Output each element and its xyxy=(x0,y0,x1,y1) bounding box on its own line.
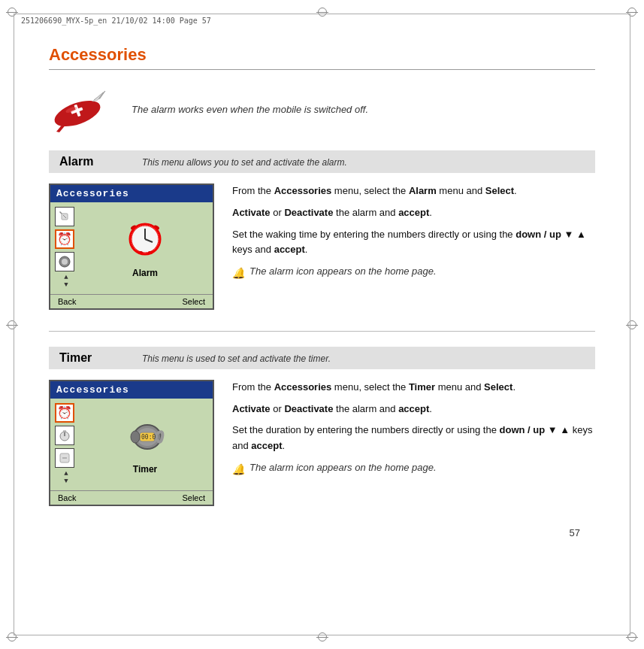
reg-mark-tl xyxy=(6,6,18,18)
timer-note-text: The alarm icon appears on the home page. xyxy=(249,460,437,476)
reg-mark-bc xyxy=(316,631,328,643)
timer-para1: From the Accessories menu, select the Ti… xyxy=(232,380,595,396)
alarm-desc: This menu allows you to set and activate… xyxy=(142,157,347,168)
alarm-note-text: The alarm icon appears on the home page. xyxy=(249,264,437,280)
timer-nav-back[interactable]: Back xyxy=(58,493,76,502)
timer-phone-screen: Accessories ⏰ xyxy=(49,380,214,506)
svg-point-26 xyxy=(131,431,140,443)
note-icon-timer: 🔔 xyxy=(232,461,245,478)
alarm-para3: Set the waking time by entering the numb… xyxy=(232,227,595,259)
alarm-icon-3 xyxy=(55,252,74,271)
reg-mark-mr xyxy=(626,319,638,331)
svg-text:00:0: 00:0 xyxy=(141,434,156,441)
timer-icon-3 xyxy=(55,448,74,468)
reg-mark-tc xyxy=(316,6,328,18)
timer-icon-2 xyxy=(55,426,74,445)
page-title: Accessories xyxy=(49,45,595,65)
knife-icon xyxy=(49,85,109,134)
timer-phone-body: ⏰ xyxy=(50,399,213,490)
svg-point-7 xyxy=(62,259,68,265)
alarm-para2: Activate or Deactivate the alarm and acc… xyxy=(232,205,595,221)
alarm-note: 🔔 The alarm icon appears on the home pag… xyxy=(232,264,595,281)
page-number: 57 xyxy=(49,527,595,538)
timer-main-icon: 00:0 Timer xyxy=(82,403,208,486)
timer-section-body: Accessories ⏰ xyxy=(49,380,595,506)
timer-para3: Set the duration by entering the numbers… xyxy=(232,423,595,454)
reg-mark-tr xyxy=(626,6,638,18)
timer-icons-col: ⏰ xyxy=(55,403,77,486)
timer-icon-1: ⏰ xyxy=(55,403,74,423)
alarm-phone-body: ⏰ ▲ ▼ xyxy=(50,202,213,294)
alarm-description-col: From the Accessories menu, select the Al… xyxy=(232,183,595,310)
alarm-para1: From the Accessories menu, select the Al… xyxy=(232,183,595,199)
alarm-icon-1 xyxy=(55,207,74,226)
timer-nav-select[interactable]: Select xyxy=(182,493,205,502)
alarm-icons-col: ⏰ ▲ ▼ xyxy=(55,207,77,290)
timer-note: 🔔 The alarm icon appears on the home pag… xyxy=(232,460,595,478)
alarm-nav-back[interactable]: Back xyxy=(58,297,76,306)
timer-scroll-arrows: ▲ ▼ xyxy=(55,471,77,486)
alarm-phone-screen: Accessories ⏰ xyxy=(49,183,214,310)
title-divider xyxy=(49,69,595,70)
alarm-phone-label: Alarm xyxy=(132,268,158,278)
header-meta: 251206690_MYX-5p_en 21/10/02 14:00 Page … xyxy=(21,17,211,25)
reg-mark-ml xyxy=(6,319,18,331)
intro-row: The alarm works even when the mobile is … xyxy=(49,85,595,134)
alarm-section-header: Alarm This menu allows you to set and ac… xyxy=(49,150,595,173)
alarm-nav-bar: Back Select xyxy=(50,294,213,308)
timer-nav-bar: Back Select xyxy=(50,490,213,505)
timer-phone-label: Timer xyxy=(133,464,157,475)
alarm-icon-2: ⏰ xyxy=(55,229,74,249)
note-icon-alarm: 🔔 xyxy=(232,265,245,281)
alarm-nav-select[interactable]: Select xyxy=(182,297,205,306)
alarm-section-body: Accessories ⏰ xyxy=(49,183,595,310)
timer-phone-title: Accessories xyxy=(50,381,213,399)
timer-para2: Activate or Deactivate the alarm and acc… xyxy=(232,402,595,417)
alarm-phone-title: Accessories xyxy=(50,185,213,202)
alarm-title: Alarm xyxy=(59,155,119,168)
alarm-clock-img xyxy=(125,218,166,266)
timer-section-header: Timer This menu is used to set and activ… xyxy=(49,347,595,369)
timer-desc: This menu is used to set and activate th… xyxy=(142,353,331,364)
section-divider xyxy=(49,331,595,332)
alarm-main-icon: Alarm xyxy=(82,207,208,290)
timer-title: Timer xyxy=(59,351,119,365)
alarm-scroll-arrows: ▲ ▼ xyxy=(55,274,77,290)
reg-mark-br xyxy=(626,631,638,643)
timer-img: 00:0 xyxy=(125,414,166,462)
timer-description-col: From the Accessories menu, select the Ti… xyxy=(232,380,595,506)
reg-mark-bl xyxy=(6,631,18,643)
intro-text: The alarm works even when the mobile is … xyxy=(132,104,368,115)
